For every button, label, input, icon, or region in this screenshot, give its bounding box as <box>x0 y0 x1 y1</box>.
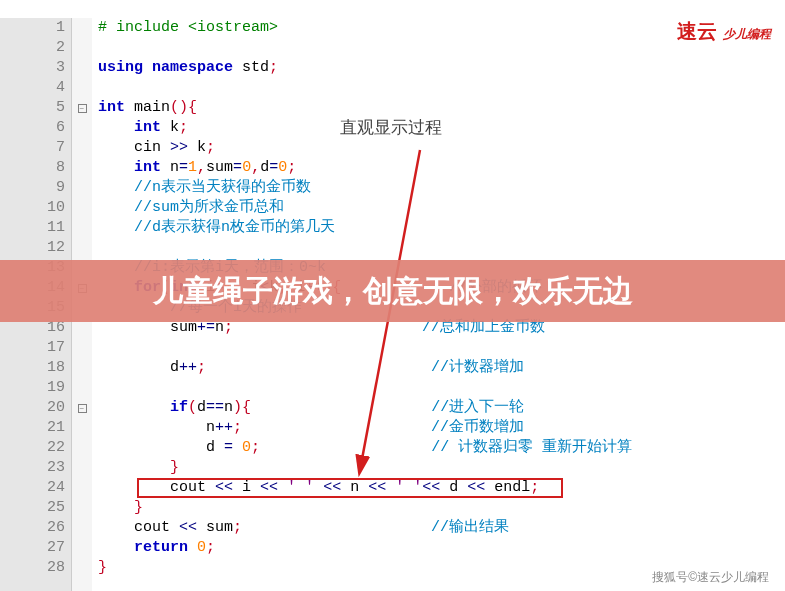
code-line[interactable]: d++; //计数器增加 <box>98 358 785 378</box>
fold-slot <box>72 518 92 538</box>
logo-main: 速云 <box>677 20 717 42</box>
logo-sub: 少儿编程 <box>723 27 771 41</box>
code-line[interactable] <box>98 338 785 358</box>
code-line[interactable]: //d表示获得n枚金币的第几天 <box>98 218 785 238</box>
line-number: 25 <box>0 498 65 518</box>
line-number: 12 <box>0 238 65 258</box>
fold-slot <box>72 558 92 578</box>
banner-text: 儿童绳子游戏，创意无限，欢乐无边 <box>153 271 633 312</box>
code-line[interactable]: if(d==n){ //进入下一轮 <box>98 398 785 418</box>
line-number: 18 <box>0 358 65 378</box>
fold-slot <box>72 178 92 198</box>
code-line[interactable]: cout << sum; //输出结果 <box>98 518 785 538</box>
code-line[interactable]: //n表示当天获得的金币数 <box>98 178 785 198</box>
line-number: 10 <box>0 198 65 218</box>
line-number: 1 <box>0 18 65 38</box>
line-number: 5 <box>0 98 65 118</box>
line-number: 4 <box>0 78 65 98</box>
fold-toggle-icon[interactable]: − <box>78 404 87 413</box>
fold-slot <box>72 458 92 478</box>
code-line[interactable]: d = 0; // 计数器归零 重新开始计算 <box>98 438 785 458</box>
fold-slot <box>72 478 92 498</box>
code-line[interactable]: //sum为所求金币总和 <box>98 198 785 218</box>
fold-slot <box>72 138 92 158</box>
fold-slot <box>72 218 92 238</box>
line-number: 6 <box>0 118 65 138</box>
line-number: 8 <box>0 158 65 178</box>
code-line[interactable]: using namespace std; <box>98 58 785 78</box>
fold-slot: − <box>72 398 92 418</box>
code-line[interactable]: int main(){ <box>98 98 785 118</box>
code-line[interactable] <box>98 238 785 258</box>
code-line[interactable]: return 0; <box>98 538 785 558</box>
fold-slot <box>72 358 92 378</box>
fold-slot <box>72 18 92 38</box>
line-number: 20 <box>0 398 65 418</box>
fold-slot <box>72 118 92 138</box>
fold-slot <box>72 38 92 58</box>
fold-slot <box>72 378 92 398</box>
watermark: 搜狐号©速云少儿编程 <box>648 568 773 587</box>
line-number: 2 <box>0 38 65 58</box>
line-number: 7 <box>0 138 65 158</box>
line-number: 19 <box>0 378 65 398</box>
fold-slot: − <box>72 98 92 118</box>
line-number: 11 <box>0 218 65 238</box>
code-line[interactable]: n++; //金币数增加 <box>98 418 785 438</box>
line-number: 22 <box>0 438 65 458</box>
line-number: 24 <box>0 478 65 498</box>
code-line[interactable]: } <box>98 458 785 478</box>
fold-slot <box>72 58 92 78</box>
fold-slot <box>72 538 92 558</box>
annotation-label: 直观显示过程 <box>340 116 442 139</box>
overlay-banner: 儿童绳子游戏，创意无限，欢乐无边 <box>0 260 785 322</box>
fold-slot <box>72 338 92 358</box>
code-line[interactable]: int n=1,sum=0,d=0; <box>98 158 785 178</box>
line-number: 3 <box>0 58 65 78</box>
fold-slot <box>72 158 92 178</box>
fold-slot <box>72 498 92 518</box>
code-line[interactable]: } <box>98 498 785 518</box>
code-line[interactable] <box>98 378 785 398</box>
fold-toggle-icon[interactable]: − <box>78 104 87 113</box>
code-line[interactable]: cout << i << ' ' << n << ' '<< d << endl… <box>98 478 785 498</box>
line-number: 28 <box>0 558 65 578</box>
line-number: 23 <box>0 458 65 478</box>
line-number: 27 <box>0 538 65 558</box>
line-number: 21 <box>0 418 65 438</box>
line-number: 17 <box>0 338 65 358</box>
code-line[interactable]: cin >> k; <box>98 138 785 158</box>
fold-slot <box>72 438 92 458</box>
fold-slot <box>72 78 92 98</box>
fold-slot <box>72 238 92 258</box>
brand-logo: 速云 少儿编程 <box>677 18 771 45</box>
fold-slot <box>72 198 92 218</box>
code-line[interactable] <box>98 78 785 98</box>
fold-slot <box>72 418 92 438</box>
line-number: 26 <box>0 518 65 538</box>
line-number: 9 <box>0 178 65 198</box>
